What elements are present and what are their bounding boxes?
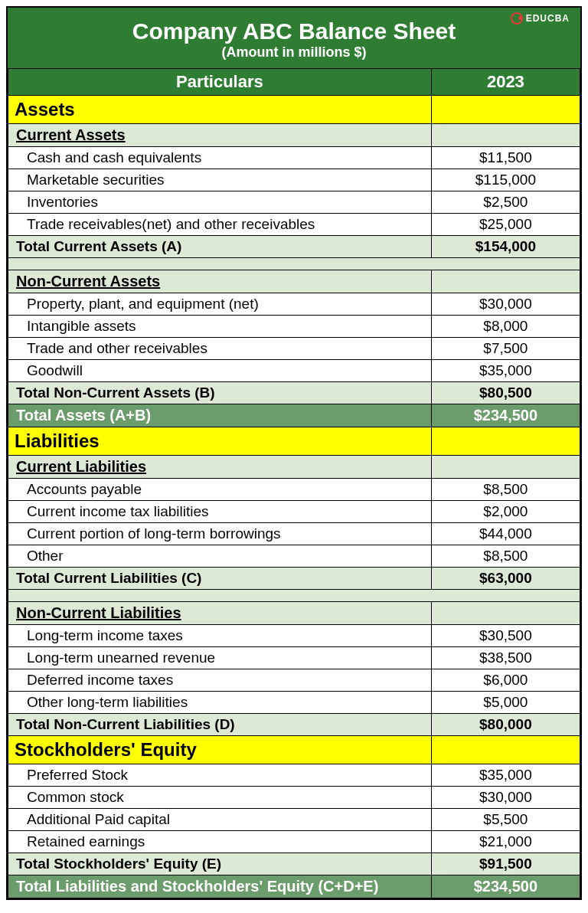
row-label: Preferred Stock <box>8 764 432 787</box>
row-value: $234,500 <box>431 404 580 427</box>
table-row: Total Non-Current Liabilities (D)$80,000 <box>8 714 580 736</box>
row-label: Current Assets <box>8 124 432 147</box>
row-label: Assets <box>8 96 432 124</box>
table-row: Non-Current Assets <box>8 270 580 293</box>
row-value: $115,000 <box>431 169 580 191</box>
row-label: Marketable securities <box>8 169 432 191</box>
row-value: $35,000 <box>431 360 580 382</box>
sheet-title: Company ABC Balance Sheet <box>14 18 574 44</box>
table-row: Additional Paid capital$5,500 <box>8 809 580 831</box>
row-label: Deferred income taxes <box>8 669 432 692</box>
row-value: $30,000 <box>431 293 580 316</box>
row-value <box>431 96 580 124</box>
row-label: Retained earnings <box>8 831 432 853</box>
table-row: Non-Current Liabilities <box>8 602 580 625</box>
table-row: Other$8,500 <box>8 545 580 568</box>
row-value <box>431 456 580 479</box>
brand-icon <box>511 12 523 25</box>
row-label: Total Current Liabilities (C) <box>8 568 432 590</box>
row-label: Total Non-Current Assets (B) <box>8 382 432 404</box>
row-label: Long-term unearned revenue <box>8 647 432 669</box>
table-row: Other long-term liabilities$5,000 <box>8 692 580 714</box>
row-label: Inventories <box>8 191 432 214</box>
table-row: Marketable securities$115,000 <box>8 169 580 191</box>
table-row: Inventories$2,500 <box>8 191 580 214</box>
table-row: Accounts payable$8,500 <box>8 479 580 501</box>
row-label: Additional Paid capital <box>8 809 432 831</box>
row-label: Property, plant, and equipment (net) <box>8 293 432 316</box>
row-label: Long-term income taxes <box>8 625 432 647</box>
row-label: Non-Current Liabilities <box>8 602 432 625</box>
row-value: $25,000 <box>431 214 580 236</box>
row-label: Non-Current Assets <box>8 270 432 293</box>
row-label: Total Non-Current Liabilities (D) <box>8 714 432 736</box>
row-label: Goodwill <box>8 360 432 382</box>
row-value <box>431 124 580 147</box>
row-label: Common stock <box>8 787 432 809</box>
table-row: Current Liabilities <box>8 456 580 479</box>
table-row: Total Assets (A+B)$234,500 <box>8 404 580 427</box>
table-row: Property, plant, and equipment (net)$30,… <box>8 293 580 316</box>
table-row: Common stock$30,000 <box>8 787 580 809</box>
table-row: Total Non-Current Assets (B)$80,500 <box>8 382 580 404</box>
row-value <box>431 736 580 764</box>
balance-table: Particulars 2023 AssetsCurrent AssetsCas… <box>8 68 580 898</box>
table-row: Long-term unearned revenue$38,500 <box>8 647 580 669</box>
table-row: Preferred Stock$35,000 <box>8 764 580 787</box>
row-label: Trade and other receivables <box>8 338 432 360</box>
table-row: Current income tax liabilities$2,000 <box>8 501 580 523</box>
row-value: $6,000 <box>431 669 580 692</box>
table-row: Assets <box>8 96 580 124</box>
balance-sheet: EDUCBA Company ABC Balance Sheet (Amount… <box>6 6 582 900</box>
row-label: Total Current Assets (A) <box>8 236 432 258</box>
row-value <box>431 270 580 293</box>
table-row: Retained earnings$21,000 <box>8 831 580 853</box>
row-label: Current portion of long-term borrowings <box>8 523 432 545</box>
row-label: Total Liabilities and Stockholders' Equi… <box>8 875 432 898</box>
row-value: $5,500 <box>431 809 580 831</box>
table-row: Intangible assets$8,000 <box>8 316 580 338</box>
row-value: $8,000 <box>431 316 580 338</box>
row-label: Total Assets (A+B) <box>8 404 432 427</box>
row-value: $2,500 <box>431 191 580 214</box>
table-row: Total Current Assets (A)$154,000 <box>8 236 580 258</box>
table-row: Total Current Liabilities (C)$63,000 <box>8 568 580 590</box>
sheet-header: EDUCBA Company ABC Balance Sheet (Amount… <box>8 8 580 68</box>
row-value: $38,500 <box>431 647 580 669</box>
table-row: Trade receivables(net) and other receiva… <box>8 214 580 236</box>
table-row: Trade and other receivables$7,500 <box>8 338 580 360</box>
sheet-subtitle: (Amount in millions $) <box>14 44 574 61</box>
col-particulars: Particulars <box>8 69 432 96</box>
row-value: $80,000 <box>431 714 580 736</box>
row-value: $35,000 <box>431 764 580 787</box>
table-row <box>8 590 580 602</box>
row-value: $80,500 <box>431 382 580 404</box>
brand-badge: EDUCBA <box>511 12 570 25</box>
row-value: $11,500 <box>431 147 580 169</box>
row-value: $5,000 <box>431 692 580 714</box>
row-label: Intangible assets <box>8 316 432 338</box>
row-value: $44,000 <box>431 523 580 545</box>
row-value: $63,000 <box>431 568 580 590</box>
row-label: Current income tax liabilities <box>8 501 432 523</box>
row-label: Stockholders' Equity <box>8 736 432 764</box>
row-label: Total Stockholders' Equity (E) <box>8 853 432 875</box>
table-row: Stockholders' Equity <box>8 736 580 764</box>
column-headers: Particulars 2023 <box>8 69 580 96</box>
row-label: Cash and cash equivalents <box>8 147 432 169</box>
brand-text: EDUCBA <box>526 13 570 24</box>
row-label: Trade receivables(net) and other receiva… <box>8 214 432 236</box>
table-row: Current Assets <box>8 124 580 147</box>
row-value: $21,000 <box>431 831 580 853</box>
table-row: Goodwill$35,000 <box>8 360 580 382</box>
row-label: Other long-term liabilities <box>8 692 432 714</box>
row-value: $8,500 <box>431 479 580 501</box>
row-label: Current Liabilities <box>8 456 432 479</box>
spacer-cell <box>8 590 580 602</box>
table-row: Current portion of long-term borrowings$… <box>8 523 580 545</box>
row-value: $30,000 <box>431 787 580 809</box>
row-value <box>431 602 580 625</box>
table-row: Cash and cash equivalents$11,500 <box>8 147 580 169</box>
row-value: $8,500 <box>431 545 580 568</box>
table-row: Long-term income taxes$30,500 <box>8 625 580 647</box>
